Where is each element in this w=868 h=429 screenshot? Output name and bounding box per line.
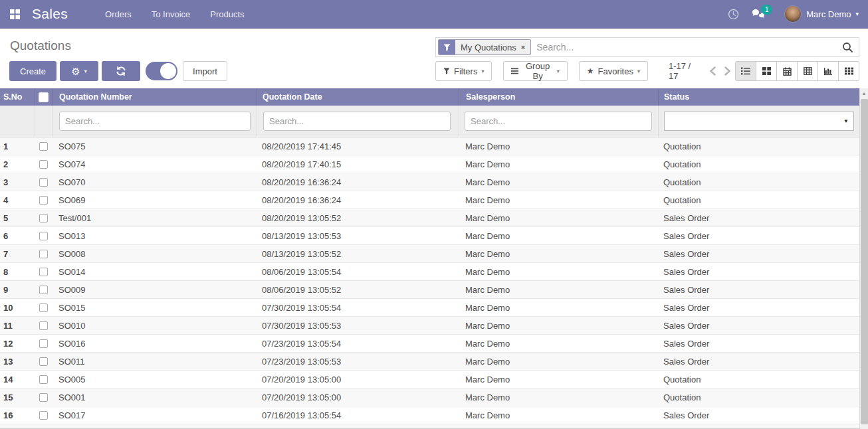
table-row[interactable]: 16 SO017 07/16/2019 13:05:54 Marc Demo S… — [0, 406, 859, 424]
table-row[interactable]: 12 SO016 07/23/2019 13:05:54 Marc Demo S… — [0, 335, 859, 353]
table-row[interactable]: 15 SO001 07/20/2019 13:05:00 Marc Demo Q… — [0, 388, 859, 406]
filter-input-salesperson[interactable] — [465, 112, 652, 131]
menu-orders[interactable]: Orders — [105, 9, 132, 19]
filter-cell-number — [52, 106, 257, 137]
create-button[interactable]: Create — [9, 61, 56, 81]
row-checkbox[interactable] — [39, 411, 48, 420]
activities-clock-button[interactable] — [723, 4, 743, 24]
row-status: Quotation — [658, 392, 859, 402]
row-status: Quotation — [658, 195, 859, 205]
import-button[interactable]: Import — [183, 61, 227, 81]
row-quotation-date: 08/20/2019 17:41:45 — [257, 141, 459, 151]
filter-select-status[interactable]: ▼ — [664, 112, 854, 131]
header-sno[interactable]: S.No — [0, 88, 35, 106]
search-magnifier-icon[interactable] — [842, 42, 853, 53]
header-quotation-date[interactable]: Quotation Date — [257, 88, 459, 106]
header-salesperson[interactable]: Salesperson — [459, 88, 658, 106]
row-sno: 2 — [0, 159, 35, 169]
pager-next-button[interactable] — [720, 62, 735, 80]
view-calendar-button[interactable] — [776, 61, 798, 81]
view-activity-button[interactable] — [838, 61, 859, 81]
row-checkbox[interactable] — [39, 178, 48, 187]
table-row[interactable]: 1 SO075 08/20/2019 17:41:45 Marc Demo Qu… — [0, 137, 859, 155]
header-select-all[interactable] — [35, 88, 52, 106]
row-checkbox[interactable] — [39, 321, 48, 330]
table-row-partial — [0, 424, 859, 429]
scrollbar-up-arrow[interactable]: ▲ — [860, 88, 868, 98]
filter-input-quotation-date[interactable] — [263, 112, 451, 131]
action-gear-dropdown[interactable]: ⚙ ▾ — [60, 61, 98, 81]
row-salesperson: Marc Demo — [459, 392, 658, 402]
header-status[interactable]: Status — [658, 88, 859, 106]
view-graph-button[interactable] — [817, 61, 839, 81]
search-facet-my-quotations[interactable]: My Quotations × — [438, 39, 531, 55]
apps-menu-button[interactable] — [0, 0, 29, 29]
app-title[interactable]: Sales — [32, 6, 68, 22]
list-view-icon — [741, 67, 750, 75]
row-quotation-number: SO015 — [52, 303, 257, 313]
table-row[interactable]: 13 SO011 07/23/2019 13:05:53 Marc Demo S… — [0, 353, 859, 371]
row-checkbox-cell — [35, 303, 52, 312]
messages-button[interactable]: 1 — [748, 4, 768, 24]
row-checkbox-cell — [35, 321, 52, 330]
filter-cell-sno — [0, 106, 35, 137]
row-status: Quotation — [658, 141, 859, 151]
table-row[interactable]: 5 Test/001 08/20/2019 13:05:52 Marc Demo… — [0, 209, 859, 227]
group-by-button[interactable]: Group By ▾ — [503, 61, 567, 81]
select-caret-icon: ▼ — [843, 118, 849, 124]
row-quotation-number: Test/001 — [52, 213, 257, 223]
menu-products[interactable]: Products — [210, 9, 244, 19]
row-checkbox-cell — [35, 375, 52, 384]
table-row[interactable]: 10 SO015 07/30/2019 13:05:54 Marc Demo S… — [0, 299, 859, 317]
row-checkbox[interactable] — [39, 268, 48, 276]
table-row[interactable]: 3 SO070 08/20/2019 16:36:24 Marc Demo Qu… — [0, 173, 859, 191]
row-checkbox[interactable] — [39, 142, 48, 151]
view-kanban-button[interactable] — [756, 61, 777, 81]
row-sno: 1 — [0, 141, 35, 151]
list-toggle-switch[interactable] — [146, 62, 177, 80]
pager-previous-button[interactable] — [705, 62, 720, 80]
row-checkbox[interactable] — [39, 357, 48, 366]
filter-cell-salesperson — [459, 106, 658, 137]
row-checkbox[interactable] — [39, 214, 48, 222]
row-checkbox[interactable] — [39, 232, 48, 240]
row-checkbox[interactable] — [39, 339, 48, 348]
menu-to-invoice[interactable]: To Invoice — [152, 9, 191, 19]
filter-input-quotation-number[interactable] — [59, 112, 251, 131]
header-quotation-number[interactable]: Quotation Number — [52, 88, 257, 106]
row-checkbox[interactable] — [39, 286, 48, 294]
vertical-scrollbar[interactable]: ▲ — [859, 88, 868, 429]
row-checkbox-cell — [35, 286, 52, 294]
table-row[interactable]: 4 SO069 08/20/2019 16:36:24 Marc Demo Qu… — [0, 191, 859, 209]
row-checkbox[interactable] — [39, 303, 48, 312]
view-pivot-button[interactable] — [797, 61, 818, 81]
facet-remove-icon[interactable]: × — [521, 43, 525, 51]
refresh-button[interactable] — [102, 61, 140, 81]
row-checkbox[interactable] — [39, 250, 48, 258]
view-list-button[interactable] — [735, 61, 756, 81]
row-status: Quotation — [658, 375, 859, 385]
row-checkbox[interactable] — [39, 393, 48, 402]
row-checkbox[interactable] — [39, 375, 48, 384]
chevron-down-icon: ▾ — [855, 11, 859, 17]
table-row[interactable]: 11 SO010 07/30/2019 13:05:53 Marc Demo S… — [0, 317, 859, 335]
row-sno: 8 — [0, 267, 35, 277]
user-menu[interactable]: Marc Demo ▾ — [784, 5, 859, 23]
table-row[interactable]: 8 SO014 08/06/2019 13:05:54 Marc Demo Sa… — [0, 263, 859, 281]
row-quotation-date: 08/20/2019 13:05:52 — [257, 213, 459, 223]
table-row[interactable]: 7 SO008 08/13/2019 13:05:52 Marc Demo Sa… — [0, 245, 859, 263]
table-row[interactable]: 9 SO009 08/06/2019 13:05:52 Marc Demo Sa… — [0, 281, 859, 299]
row-checkbox[interactable] — [39, 196, 48, 205]
row-salesperson: Marc Demo — [459, 357, 658, 367]
favorites-button[interactable]: ★ Favorites ▾ — [579, 61, 648, 81]
filters-button[interactable]: Filters ▾ — [435, 61, 492, 81]
table-row[interactable]: 14 SO005 07/20/2019 13:05:00 Marc Demo Q… — [0, 371, 859, 388]
row-quotation-date: 07/16/2019 13:05:54 — [257, 410, 459, 420]
row-sno: 6 — [0, 231, 35, 241]
scrollbar-thumb[interactable] — [861, 99, 868, 424]
table-row[interactable]: 2 SO074 08/20/2019 17:40:15 Marc Demo Qu… — [0, 155, 859, 173]
search-input[interactable] — [531, 42, 842, 52]
row-checkbox[interactable] — [39, 160, 48, 169]
table-row[interactable]: 6 SO013 08/13/2019 13:05:53 Marc Demo Sa… — [0, 227, 859, 245]
select-all-checkbox[interactable] — [39, 92, 49, 102]
